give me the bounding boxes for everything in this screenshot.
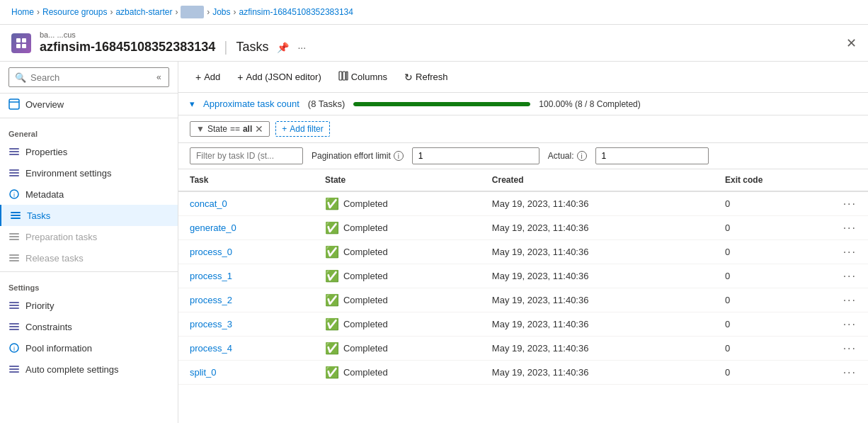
row-menu-button[interactable]: ··· <box>843 198 857 210</box>
sidebar-item-tasks-label: Tasks <box>27 210 50 221</box>
task-link[interactable]: process_0 <box>190 247 232 257</box>
task-link[interactable]: process_1 <box>190 271 232 281</box>
columns-icon <box>338 71 348 83</box>
breadcrumb-azbatch-starter[interactable]: azbatch-starter <box>115 7 172 17</box>
task-exit-code: 0 <box>714 288 832 312</box>
row-menu-button[interactable]: ··· <box>843 366 857 378</box>
add-plus-icon: + <box>195 72 201 83</box>
sidebar-item-environment-settings[interactable]: Environment settings <box>0 162 178 184</box>
sidebar-item-auto-complete[interactable]: Auto complete settings <box>0 359 178 380</box>
table-row: split_0 ✅ Completed May 19, 2023, 11:40:… <box>178 361 868 385</box>
svg-rect-36 <box>346 72 348 80</box>
pagination-effort-label: Pagination effort limit i <box>312 151 404 161</box>
add-json-button[interactable]: + Add (JSON editor) <box>232 68 326 86</box>
sidebar-item-metadata[interactable]: i Metadata <box>0 184 178 205</box>
breadcrumb-redacted: b... <box>181 6 204 18</box>
refresh-button[interactable]: ↻ Refresh <box>399 68 454 86</box>
task-exit-code: 0 <box>714 361 832 385</box>
pagination-effort-input[interactable] <box>412 147 539 164</box>
toolbar: + Add + Add (JSON editor) Columns ↻ Refr… <box>178 62 868 93</box>
tasks-table: Task State Created Exit code concat_0 ✅ … <box>178 169 868 385</box>
svg-rect-16 <box>11 218 21 219</box>
task-link[interactable]: generate_0 <box>190 222 236 233</box>
task-link[interactable]: concat_0 <box>190 198 227 209</box>
completed-icon: ✅ <box>325 366 339 379</box>
filter-value: all <box>243 124 252 134</box>
task-created: May 19, 2023, 11:40:36 <box>481 288 714 312</box>
sidebar-item-constraints[interactable]: Constraints <box>0 316 178 337</box>
task-link[interactable]: process_2 <box>190 295 232 305</box>
sidebar-item-overview[interactable]: Overview <box>0 94 178 115</box>
task-created: May 19, 2023, 11:40:36 <box>481 361 714 385</box>
svg-rect-15 <box>11 215 21 216</box>
progress-container <box>353 102 530 106</box>
row-menu-button[interactable]: ··· <box>843 318 857 330</box>
sidebar: 🔍 « Overview General Properties Environm <box>0 62 178 423</box>
task-status: ✅ Completed <box>325 221 469 235</box>
breadcrumb-home[interactable]: Home <box>11 7 34 17</box>
row-menu-button[interactable]: ··· <box>843 246 857 258</box>
banner-expand-button[interactable]: ▾ <box>190 98 195 109</box>
tasks-icon <box>10 210 21 221</box>
breadcrumb-resource-groups[interactable]: Resource groups <box>42 7 107 17</box>
add-button[interactable]: + Add <box>190 68 226 86</box>
svg-rect-23 <box>9 302 19 303</box>
table-row: process_3 ✅ Completed May 19, 2023, 11:4… <box>178 312 868 337</box>
table-row: process_1 ✅ Completed May 19, 2023, 11:4… <box>178 264 868 288</box>
task-link[interactable]: split_0 <box>190 367 217 378</box>
svg-rect-9 <box>9 169 19 171</box>
columns-button[interactable]: Columns <box>333 67 393 86</box>
breadcrumb-jobs[interactable]: Jobs <box>212 7 230 17</box>
sidebar-item-metadata-label: Metadata <box>25 189 64 200</box>
breadcrumb-job[interactable]: azfinsim-16845108352383134 <box>239 7 353 17</box>
filter-bar: ▼ State == all ✕ + Add filter <box>178 115 868 143</box>
sidebar-item-release-tasks[interactable]: Release tasks <box>0 247 178 269</box>
sidebar-item-priority[interactable]: Priority <box>0 295 178 316</box>
row-menu-button[interactable]: ··· <box>843 270 857 282</box>
overview-icon <box>8 98 20 110</box>
col-exit-code: Exit code <box>714 169 832 191</box>
progress-bar-fill <box>353 102 530 106</box>
svg-rect-20 <box>9 254 19 256</box>
progress-bar-background <box>353 102 530 106</box>
row-menu-button[interactable]: ··· <box>843 342 857 354</box>
task-link[interactable]: process_4 <box>190 343 232 354</box>
task-link[interactable]: process_3 <box>190 319 232 329</box>
table-row: concat_0 ✅ Completed May 19, 2023, 11:40… <box>178 191 868 216</box>
task-created: May 19, 2023, 11:40:36 <box>481 216 714 240</box>
actual-value-input[interactable] <box>595 147 709 164</box>
row-menu-button[interactable]: ··· <box>843 222 857 234</box>
svg-rect-26 <box>9 323 19 325</box>
sidebar-item-pool-information[interactable]: i Pool information <box>0 337 178 359</box>
task-status: ✅ Completed <box>325 366 469 379</box>
pin-icon[interactable]: 📌 <box>277 42 289 53</box>
sidebar-item-pool-label: Pool information <box>25 343 92 354</box>
properties-icon <box>8 146 20 157</box>
sidebar-collapse-button[interactable]: « <box>154 71 164 84</box>
task-created: May 19, 2023, 11:40:36 <box>481 264 714 288</box>
table-row: generate_0 ✅ Completed May 19, 2023, 11:… <box>178 216 868 240</box>
header-ellipsis-icon[interactable]: ··· <box>297 42 306 53</box>
page-header: ba... ...cus azfinsim-16845108352383134 … <box>0 25 868 62</box>
svg-text:i: i <box>13 345 15 352</box>
search-input[interactable] <box>30 72 149 83</box>
sidebar-item-tasks[interactable]: Tasks <box>0 205 178 226</box>
filter-remove-button[interactable]: ✕ <box>255 124 263 134</box>
svg-rect-11 <box>9 175 19 176</box>
svg-rect-33 <box>9 371 19 373</box>
row-menu-button[interactable]: ··· <box>843 294 857 306</box>
status-text: Completed <box>343 198 388 209</box>
task-exit-code: 0 <box>714 240 832 264</box>
add-filter-button[interactable]: + Add filter <box>275 121 329 137</box>
svg-rect-35 <box>343 72 346 80</box>
svg-rect-19 <box>9 239 19 240</box>
close-button[interactable]: ✕ <box>846 37 857 50</box>
filter-funnel-icon: ▼ <box>196 124 205 134</box>
sidebar-item-properties[interactable]: Properties <box>0 141 178 162</box>
actual-info-icon: i <box>577 151 587 161</box>
auto-complete-icon <box>8 363 20 375</box>
sidebar-general-label: General <box>0 121 178 141</box>
sidebar-item-preparation-tasks[interactable]: Preparation tasks <box>0 226 178 247</box>
svg-rect-28 <box>9 329 19 330</box>
task-id-filter-input[interactable] <box>190 147 303 164</box>
